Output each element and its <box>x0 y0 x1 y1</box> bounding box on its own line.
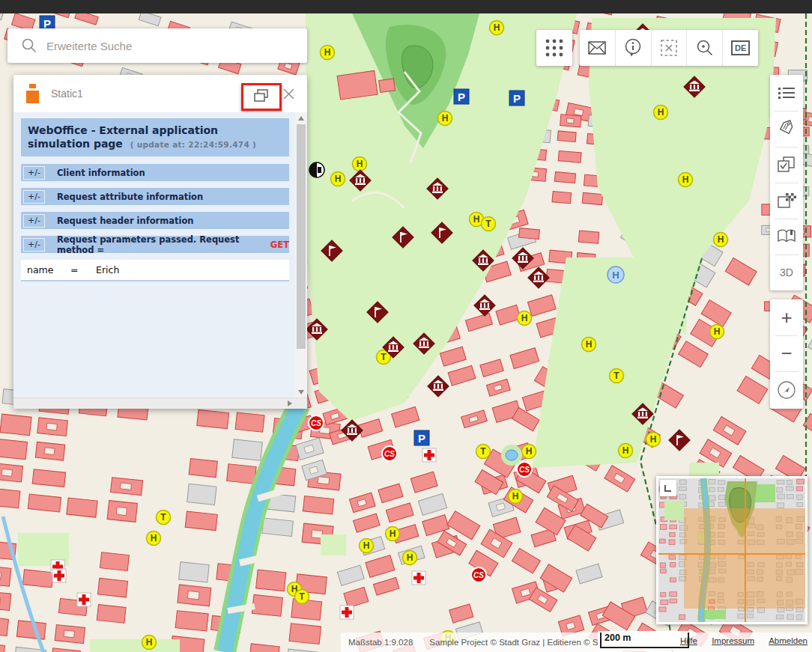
locate-icon <box>777 380 796 400</box>
transparency-button[interactable] <box>770 183 803 219</box>
search-icon <box>21 37 37 54</box>
map-marker-stop[interactable]: H <box>714 233 728 247</box>
map-marker-stop[interactable]: H <box>679 173 693 187</box>
toggle-button[interactable]: +/- <box>23 166 45 180</box>
map-marker-carsharing[interactable]: CS <box>471 567 486 582</box>
close-icon[interactable] <box>282 88 295 100</box>
map-marker-stop[interactable]: H <box>403 551 417 565</box>
locate-button[interactable] <box>770 371 803 409</box>
horizontal-scrollbar[interactable] <box>13 397 307 409</box>
map-marker-parking[interactable]: P <box>509 91 524 106</box>
section-request-attribute[interactable]: +/- Request attribute information <box>21 188 289 205</box>
map-marker-pharmacy[interactable] <box>412 571 425 585</box>
svg-text:H: H <box>357 159 363 169</box>
apps-menu-button[interactable] <box>536 30 572 66</box>
zoom-controls: + − <box>770 299 803 409</box>
view-3d-button[interactable]: 3D <box>770 255 803 290</box>
overview-canvas[interactable] <box>658 478 805 622</box>
map-marker-pharmacy[interactable] <box>340 606 354 619</box>
map-marker-stop[interactable]: T <box>482 217 496 231</box>
search-bar[interactable] <box>7 28 307 63</box>
svg-text:T: T <box>160 512 166 522</box>
restore-window-icon[interactable] <box>253 88 270 106</box>
map-marker-stop[interactable]: H <box>438 112 452 126</box>
map-marker-hospital[interactable]: H <box>608 266 624 283</box>
map-marker-stop[interactable]: H <box>619 444 633 458</box>
scroll-right-icon[interactable] <box>288 400 292 406</box>
map-marker-stop[interactable]: H <box>321 46 335 60</box>
map-marker-stop[interactable]: H <box>360 539 374 553</box>
map-marker-carsharing[interactable]: CS <box>309 415 324 430</box>
map-marker-stop[interactable]: H <box>331 172 345 186</box>
map-marker-carsharing[interactable]: CS <box>382 446 397 461</box>
section-client-information[interactable]: +/- Client information <box>21 164 289 181</box>
map-marker-parking[interactable]: P <box>414 430 429 445</box>
map-marker-stop[interactable]: H <box>522 445 536 459</box>
map-pond <box>501 445 522 466</box>
toggle-button[interactable]: +/- <box>23 238 45 252</box>
layer-transparency-icon <box>777 192 796 210</box>
svg-text:H: H <box>521 313 528 323</box>
svg-text:H: H <box>390 528 396 539</box>
scrollbar-thumb[interactable] <box>297 124 306 349</box>
map-marker-stop[interactable]: H <box>654 106 668 120</box>
overview-map[interactable] <box>656 476 808 624</box>
map-marker-stop[interactable]: H <box>490 21 504 35</box>
map-marker-stop[interactable]: H <box>142 636 157 650</box>
language-button[interactable]: DE <box>723 30 758 66</box>
send-mail-button[interactable] <box>580 30 616 66</box>
impressum-link[interactable]: Impressum <box>712 636 754 645</box>
overview-collapse-button[interactable] <box>660 480 676 496</box>
map-marker-stop[interactable]: T <box>476 445 491 459</box>
list-icon <box>778 85 796 100</box>
map-marker-pharmacy[interactable] <box>77 593 91 606</box>
weboffice-heading: WebOffice - External application simulat… <box>21 118 289 156</box>
map-marker-stop[interactable]: T <box>157 511 171 525</box>
window-title: Static1 <box>51 88 83 100</box>
map-marker-stop[interactable]: H <box>386 527 400 541</box>
svg-text:T: T <box>381 352 387 362</box>
map-marker-stop[interactable]: H <box>353 157 367 171</box>
search-input[interactable] <box>45 39 307 53</box>
map-marker-stop[interactable]: H <box>710 325 724 339</box>
svg-text:H: H <box>442 113 449 124</box>
map-marker-stop[interactable]: T <box>295 590 309 604</box>
table-of-contents-button[interactable] <box>770 75 803 111</box>
identify-button[interactable] <box>616 30 652 66</box>
svg-text:H: H <box>718 234 724 245</box>
zoom-tool-button[interactable] <box>687 30 723 66</box>
map-marker-pharmacy[interactable] <box>422 448 436 462</box>
map-marker-stop[interactable]: H <box>147 531 161 546</box>
static1-tool-icon <box>25 84 40 103</box>
section-request-header[interactable]: +/- Request header information <box>21 212 289 229</box>
map-marker-stop[interactable]: H <box>646 433 661 447</box>
plus-icon: + <box>781 308 792 327</box>
map-marker-pharmacy[interactable] <box>52 569 66 582</box>
vertical-scrollbar[interactable] <box>295 112 307 398</box>
map-marker-stop[interactable]: H <box>518 311 532 326</box>
selection-list-button[interactable] <box>770 147 803 183</box>
map-marker-theatre[interactable] <box>309 162 324 177</box>
toggle-button[interactable]: +/- <box>23 190 45 204</box>
map-marker-stop[interactable]: T <box>610 369 624 383</box>
zoom-in-button[interactable]: + <box>770 299 803 335</box>
map-marker-stop[interactable]: H <box>509 490 523 504</box>
svg-text:H: H <box>612 269 619 281</box>
zoom-out-button[interactable]: − <box>770 335 803 371</box>
map-marker-stop[interactable]: H <box>582 338 596 352</box>
svg-text:H: H <box>658 107 664 118</box>
scroll-down-icon[interactable] <box>298 390 304 394</box>
map-marker-carsharing[interactable]: CS <box>517 462 532 477</box>
map-book-button[interactable] <box>770 219 803 255</box>
svg-text:H: H <box>526 446 533 457</box>
toggle-button[interactable]: +/- <box>23 214 45 228</box>
map-marker-parking[interactable]: P <box>454 89 469 104</box>
labels-button[interactable] <box>770 111 803 147</box>
help-link[interactable]: Hilfe <box>680 636 697 645</box>
scale-label: Maßstab 1:9.028 <box>348 638 413 647</box>
logout-link[interactable]: Abmelden <box>769 636 808 645</box>
clear-selection-button[interactable] <box>652 30 688 66</box>
section-request-parameters[interactable]: +/- Request parameters passed. Request m… <box>21 236 289 253</box>
svg-text:H: H <box>714 326 721 337</box>
scroll-up-icon[interactable] <box>298 116 304 121</box>
